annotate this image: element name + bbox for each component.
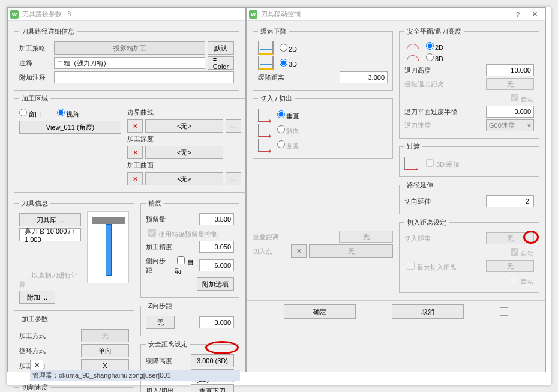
close-icon[interactable]: ✕ [526,10,543,18]
plunge-group: 切入距离设定 切入距离无 自动 最大切入距离无 自动 [399,218,539,293]
safe-3d-radio[interactable] [426,53,434,61]
cancel-button[interactable]: 取消 [392,304,464,319]
window-title: 刀具移动控制 [261,10,301,19]
cutpt-clear-button[interactable]: ✕ [291,244,307,258]
default-button[interactable]: 默认 [208,41,234,55]
ramp-button[interactable]: 3.000 (3D) [191,354,234,367]
surface-none-button[interactable]: <无> [145,172,223,185]
window-radio[interactable] [19,109,27,116]
details-legend: 刀具路径详细信息 [19,27,77,36]
ramp-group: 缓速下降 2D 3D 缓降距离 [253,27,393,91]
angle-radio[interactable] [277,125,285,133]
method-label: 加工方式 [19,331,55,340]
surface-browse-button[interactable]: ... [226,172,241,185]
ok-button[interactable]: 确定 [284,304,356,319]
strategy-button[interactable]: 投影精加工 [54,41,205,55]
addopt-button[interactable]: 附加选项 [197,277,234,291]
cutpt-button[interactable]: 无 [309,244,393,258]
tool-legend: 刀具信息 [19,199,50,208]
help-icon[interactable]: ? [509,11,526,18]
comment-input[interactable] [54,57,205,69]
auto-check[interactable] [177,256,185,264]
calc-check [22,270,29,277]
transition-legend: 过渡 [404,142,422,151]
vert-radio[interactable] [277,110,285,118]
stock-label: 预留量 [146,215,179,224]
auto-check-label: 自动 [508,92,534,104]
use-prec-check [148,229,156,237]
tool-move-control-dialog: W 刀具移动控制 ? ✕ 缓速下降 2D 3D 缓降距离 切入 / 切出 垂直 … [246,7,546,372]
safe-3d-radio-label[interactable]: 3D [426,53,443,62]
chevron-down-icon: ▾ [527,122,531,130]
view-radio[interactable] [57,109,65,116]
attach-button[interactable]: 附加 ... [19,291,55,304]
plunge-label: 切入距离 [404,234,431,243]
cycle-label: 循环方式 [19,346,55,355]
thumbnail-icon[interactable]: ✕ [30,360,43,370]
overlap-field: 无 [339,231,393,243]
titlebar[interactable]: W 刀具路径参数 · 6 [8,8,245,21]
depth-clear-button[interactable]: ✕ [127,146,143,159]
color-button[interactable]: = Color [208,56,234,70]
auto-check-label[interactable]: 自动 [175,255,194,276]
tan-label: 切向延伸 [404,197,431,206]
resize-grip-icon[interactable] [500,307,508,316]
speed-legend: 切削速度 [19,383,50,392]
step-label: 侧向步距 [146,256,172,274]
calc-check-label[interactable]: 以直柄刀进行计算 [19,268,81,289]
tan-input[interactable] [486,195,534,207]
boundary-clear-button[interactable]: ✕ [127,119,143,133]
plunge-field: 无 [486,232,534,244]
depth-none-button[interactable]: <无> [145,146,223,159]
view-button[interactable]: View_011 (角度) [19,121,121,134]
surface-clear-button[interactable]: ✕ [127,172,143,185]
cut-button[interactable]: 垂直下刀 [191,384,234,392]
ramp-2d-radio-label[interactable]: 2D [280,44,297,53]
safe-2d-radio-label[interactable]: 2D [426,42,443,51]
ramp-3d-icon [258,56,274,70]
precision-group: 精度 预留量 使用精确预留量控制 加工精度 侧向步距自动 附加选项 [140,199,239,298]
auto2-check [511,248,518,256]
safe-2d-radio[interactable] [426,42,434,50]
tool-spec-button[interactable]: 鼻刀 Ø 10.000 / r 1.000 [19,228,81,241]
window-radio-label[interactable]: 窗口 [19,109,41,119]
stock-input[interactable] [199,213,234,225]
cutinout-group: 切入 / 切出 垂直 斜向 圆弧 [253,94,393,159]
comment-label: 注释 [19,59,52,68]
safeplane-group: 安全平面/退刀高度 2D 3D 退刀高度 最短退刀距离无 自动 退刀平面过度半径… [399,27,539,139]
view-radio-label[interactable]: 视角 [57,109,79,119]
safe-group: 安全距离设定 缓降高度3.000 (3D) 抬刀高度10.000 (2D) 切入… [140,340,239,392]
method-button[interactable]: 无 [81,329,129,342]
boundary-browse-button[interactable]: ... [226,119,241,133]
extension-legend: 路径延伸 [404,181,436,190]
cut-label: 切入/切出 [146,387,182,393]
boundary-none-button[interactable]: <无> [145,119,223,133]
toollib-button[interactable]: 刀具库 ... [19,213,81,226]
helix-check-label: 3D 螺旋 [424,157,460,169]
arc-radio-label[interactable]: 圆弧 [277,140,299,151]
maxplunge-check [407,262,415,270]
rampdist-input[interactable] [340,71,388,83]
tool-group: 刀具信息 刀具库 ... 鼻刀 Ø 10.000 / r 1.000 以直柄刀进… [14,199,134,311]
titlebar[interactable]: W 刀具移动控制 ? ✕ [247,8,545,21]
angle-icon [258,124,271,137]
arc-radio[interactable] [277,140,285,148]
ramp-3d-radio[interactable] [280,59,287,67]
zstep-input[interactable] [199,316,234,328]
surface-label: 加工曲面 [127,161,241,170]
prec-input[interactable] [199,241,234,253]
vert-icon [258,109,271,122]
clear-input[interactable] [486,106,534,118]
step-input[interactable] [199,259,234,271]
extra-comment-input[interactable] [54,71,234,83]
zstep-button[interactable]: 无 [146,316,175,329]
vert-radio-label[interactable]: 垂直 [277,110,299,121]
ramp-legend: 缓速下降 [258,27,289,36]
ramp-2d-radio[interactable] [280,44,287,52]
ramp-3d-radio-label[interactable]: 3D [280,59,297,68]
app-icon: W [10,10,19,19]
cycle-button[interactable]: 单向 [81,344,129,357]
retract-input[interactable] [486,64,534,76]
retractspd-select[interactable]: G00速度▾ [486,119,534,131]
angle-radio-label[interactable]: 斜向 [277,125,299,136]
